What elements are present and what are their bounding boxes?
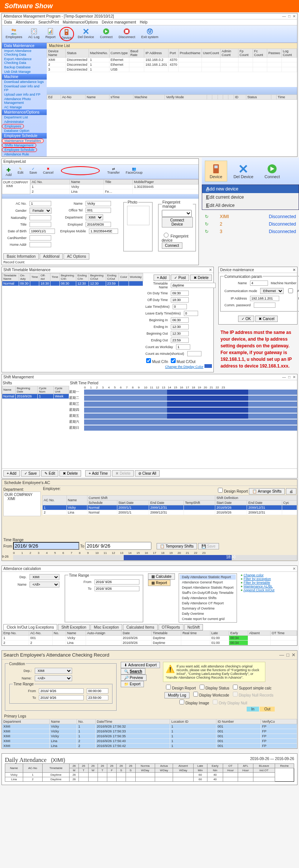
mcin-check[interactable] [146, 358, 151, 363]
employees-button[interactable]: Employees [3, 27, 25, 41]
eo-input[interactable] [171, 338, 189, 343]
ds-check[interactable] [200, 685, 204, 689]
machine-list-tab[interactable]: Machine List [47, 43, 297, 49]
sidebar-backup[interactable]: Backup Database [2, 65, 47, 69]
sidebar-photo[interactable]: Attendance Photo Management [2, 97, 47, 105]
sac-to-input[interactable] [85, 542, 151, 550]
design-check[interactable] [166, 685, 171, 689]
menu-data[interactable]: Data [4, 20, 12, 24]
calc-name-select[interactable]: <All> [30, 582, 59, 588]
emp-trans-button[interactable]: ⇄Transfer [105, 166, 122, 177]
android-check[interactable] [288, 288, 293, 293]
sac-save-button[interactable]: 💾 Save [198, 543, 219, 549]
calc-dep-select[interactable]: XIMI [30, 574, 59, 580]
s-from-date[interactable] [39, 688, 84, 694]
connect-device-button[interactable]: Connect Device [162, 217, 193, 227]
disconnect-button[interactable]: Disconnect [116, 27, 138, 41]
sm-save-button[interactable]: ✓ Save [21, 470, 40, 477]
sm-del-button[interactable]: ✖ Delete [59, 470, 81, 477]
exit-button[interactable]: Exit system [139, 27, 161, 41]
minimize-icon[interactable]: — [279, 652, 284, 658]
print-button[interactable]: 🖨 [286, 488, 296, 495]
close-icon[interactable]: ✕ [293, 567, 296, 571]
tab-acopt[interactable]: AC Options [64, 253, 89, 260]
ei-input[interactable] [171, 324, 189, 329]
card-input[interactable] [30, 235, 51, 241]
ot-input[interactable] [86, 208, 111, 213]
di-check[interactable] [179, 700, 184, 704]
maint-header[interactable]: Maintenance/Options [2, 109, 47, 115]
dept-select[interactable]: XIMI [86, 214, 103, 220]
modify-log-button[interactable]: Modify Log [164, 692, 189, 698]
sidebar-usb[interactable]: Usb Disk Manage [2, 69, 47, 74]
close-icon[interactable]: ✕ [209, 268, 212, 272]
sidebar-shifts[interactable]: Shifts Management [2, 143, 36, 148]
sidebar-export[interactable]: Export Attendance Checking Data [2, 57, 47, 65]
emp-add-button[interactable]: ✚Add [3, 166, 14, 177]
fp-device-radio[interactable] [164, 233, 169, 238]
report-button[interactable]: Report [43, 27, 58, 41]
calc-button[interactable]: ▦ Calculate [148, 573, 175, 580]
emp-cancel-button[interactable]: ✖Cancel [41, 166, 56, 177]
nat-input[interactable] [30, 215, 51, 220]
sidebar-ac-manage[interactable]: AC Manage [2, 105, 47, 109]
fp-connect-button[interactable]: Connect [162, 242, 182, 249]
maximize-icon[interactable]: □ [288, 375, 290, 379]
s-name-select[interactable]: <All> [35, 675, 72, 681]
data-maint-header[interactable]: Data Maintenance [2, 43, 47, 49]
acno-input[interactable] [30, 201, 51, 206]
dm-ok-button[interactable]: ✓ OK [238, 316, 254, 322]
export-button[interactable]: 📁 Export [121, 681, 144, 687]
emp-save-button[interactable]: ✓Save [27, 166, 40, 177]
bo-input[interactable] [171, 331, 189, 336]
temp-shifts-button[interactable]: 📋 Temporary Shifts [157, 543, 197, 549]
emp-edit-button[interactable]: ✎Edit [15, 166, 26, 177]
sidebar-employees[interactable]: Employees [2, 124, 24, 128]
emp-date-input[interactable] [86, 222, 111, 227]
stt-add-button[interactable]: + Add [154, 275, 170, 281]
aclog-button[interactable]: AC Log [26, 27, 42, 41]
le-input[interactable] [184, 311, 198, 316]
ssc-check[interactable] [233, 685, 238, 689]
add-device-item[interactable]: AAdd new device [202, 185, 299, 193]
sidebar-dept[interactable]: Department List [2, 115, 47, 120]
device-button[interactable]: Device [59, 27, 74, 41]
dob-input[interactable] [30, 229, 55, 234]
mob-input[interactable] [89, 229, 118, 234]
late-input[interactable] [173, 304, 187, 309]
menu-device[interactable]: Device management [102, 20, 136, 24]
minimize-icon[interactable]: — [282, 375, 286, 379]
name-input[interactable] [86, 201, 111, 206]
dm-ip-input[interactable] [250, 296, 279, 301]
arrange-button[interactable]: 📋 Arrange Shifts [249, 488, 285, 495]
sm-add-button[interactable]: + Add [3, 470, 20, 477]
adv-export-button[interactable]: ⬇ Advanced Export [121, 662, 160, 668]
report-button[interactable]: ▦ Report [148, 580, 170, 586]
big-device-button[interactable]: Device [205, 161, 227, 182]
calc-to-input[interactable] [95, 586, 139, 591]
close-icon[interactable]: ✕ [292, 652, 296, 658]
tab-additional[interactable]: Additional [40, 253, 63, 260]
stt-post-button[interactable]: ✓ Post [171, 275, 189, 281]
menu-attendance[interactable]: Attendance [16, 20, 35, 24]
s-to-date[interactable] [39, 695, 84, 700]
close-icon[interactable]: ✕ [293, 375, 296, 379]
dw-check[interactable] [193, 692, 198, 697]
stt-del-button[interactable]: ✖ Delete [190, 275, 212, 281]
sidebar-download-logs[interactable]: Download attendance logs [2, 80, 47, 84]
s-dep-select[interactable]: XIMI [35, 668, 72, 674]
menu-search[interactable]: Search/Print [38, 20, 59, 24]
sidebar-emp-sched[interactable]: Employee Schedule [2, 148, 37, 152]
s-to-time[interactable] [87, 695, 108, 700]
sidebar-timetables[interactable]: Maintenance Timetables [2, 139, 44, 143]
design-check[interactable] [218, 488, 223, 493]
big-deldevice-button[interactable]: Del Device [229, 161, 258, 182]
on-input[interactable] [171, 291, 189, 296]
fp-select[interactable] [162, 210, 192, 217]
sm-clear-button[interactable]: ⊘ Clear All [135, 470, 160, 477]
emp-company[interactable]: OUR COMPANY [3, 180, 29, 184]
emp-facegroup-button[interactable]: 👥FaceGroup [123, 166, 145, 177]
maximize-icon[interactable]: □ [288, 14, 290, 18]
preview-button[interactable]: 🔎 Preview [121, 675, 147, 681]
cm-input[interactable] [187, 351, 201, 356]
